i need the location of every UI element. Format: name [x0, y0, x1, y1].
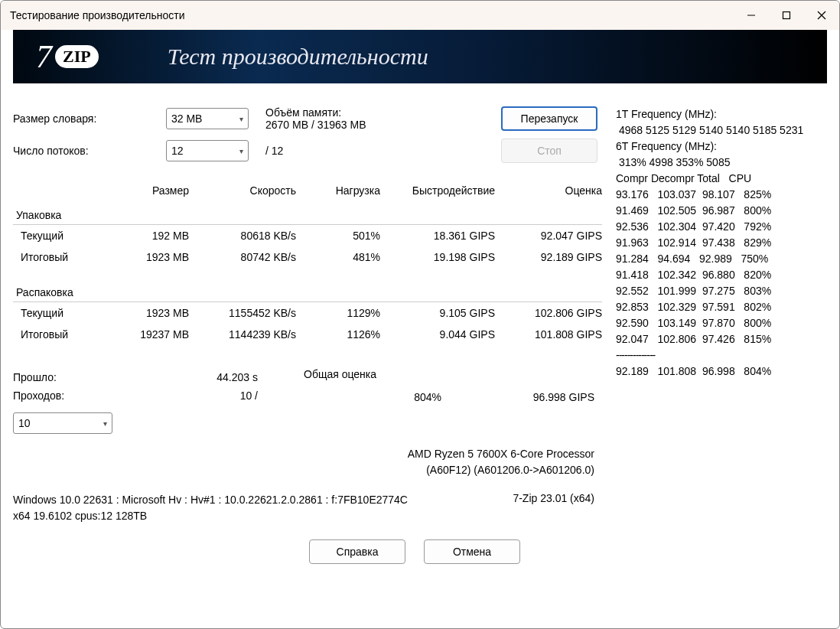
minimize-button[interactable] [734, 1, 769, 30]
log-row: 91.963 102.914 97.438 829% [616, 235, 827, 251]
log-row: 92.047 102.806 97.426 815% [616, 331, 827, 347]
cancel-button[interactable]: Отмена [424, 539, 520, 564]
dict-size-combo[interactable]: 32 MB ▾ [166, 108, 249, 129]
table-row: Итоговый 19237 MB 1144239 KB/s 1126% 9.0… [13, 324, 602, 345]
log-row: 92.552 101.999 97.275 803% [616, 283, 827, 299]
log-row: 91.284 94.694 92.989 750% [616, 251, 827, 267]
log-row: 92.853 102.329 97.591 802% [616, 299, 827, 315]
log-row: 91.469 102.505 96.987 800% [616, 203, 827, 219]
overall-rating: 96.998 GIPS [441, 391, 594, 403]
passes-label: Проходов: [13, 389, 64, 402]
7zip-logo: 7ZIP [36, 38, 99, 75]
header-speed: Скорость [189, 184, 296, 197]
table-row: Текущий 192 MB 80618 KB/s 501% 18.361 GI… [13, 225, 602, 246]
maximize-button[interactable] [769, 1, 804, 30]
passes-combo[interactable]: 10 ▾ [13, 412, 112, 434]
pack-section-label: Упаковка [13, 204, 602, 225]
unpack-section-label: Распаковка [13, 282, 602, 302]
chevron-down-icon: ▾ [103, 419, 107, 428]
threads-combo[interactable]: 12 ▾ [166, 140, 249, 161]
header-load: Нагрузка [296, 184, 380, 197]
cpu-id: (A60F12) (A601206.0->A601206.0) [13, 462, 594, 478]
titlebar: Тестирование производительности [1, 1, 839, 30]
os-info: Windows 10.0 22631 : Microsoft Hv : Hv#1… [13, 492, 513, 508]
window-title: Тестирование производительности [10, 9, 734, 21]
version-info: 7-Zip 23.01 (x64) [513, 492, 602, 504]
row-label: Итоговый [13, 251, 112, 263]
close-button[interactable] [804, 1, 839, 30]
log-row: 92.536 102.304 97.420 792% [616, 219, 827, 235]
memory-label: Объём памяти: [265, 106, 366, 119]
freq1-values: 4968 5125 5129 5140 5140 5185 5231 [616, 122, 827, 139]
row-label: Итоговый [13, 328, 112, 341]
passes-value: 10 / [240, 389, 258, 402]
passes-combo-value: 10 [18, 417, 31, 429]
banner: 7ZIP Тест производительности [13, 30, 827, 83]
chevron-down-icon: ▾ [239, 147, 243, 155]
restart-button[interactable]: Перезапуск [501, 106, 597, 131]
table-header: Размер Скорость Нагрузка Быстродействие … [13, 184, 602, 197]
threads-value: 12 [171, 145, 184, 157]
memory-value: 2670 MB / 31963 MB [265, 119, 366, 131]
log-row: 92.590 103.149 97.870 800% [616, 315, 827, 331]
header-perf: Быстродействие [380, 184, 495, 197]
log-row: 93.176 103.037 98.107 825% [616, 187, 827, 203]
results-log: 1T Frequency (MHz): 4968 5125 5129 5140 … [610, 106, 827, 564]
log-columns: Compr Decompr Total CPU [616, 171, 827, 187]
arch-info: x64 19.6102 cpus:12 128TB [13, 508, 513, 524]
freq6-label: 6T Frequency (MHz): [616, 139, 827, 155]
log-row: 91.418 102.342 96.880 820% [616, 267, 827, 283]
overall-load: 804% [304, 391, 441, 403]
header-rating: Оценка [495, 184, 602, 197]
row-label: Текущий [13, 230, 112, 242]
table-row: Текущий 1923 MB 1155452 KB/s 1129% 9.105… [13, 302, 602, 324]
banner-text: Тест производительности [168, 44, 428, 70]
chevron-down-icon: ▾ [239, 115, 243, 123]
dict-size-label: Размер словаря: [13, 112, 166, 125]
freq1-label: 1T Frequency (MHz): [616, 106, 827, 122]
log-divider: -------------- [616, 347, 827, 363]
row-label: Текущий [13, 307, 112, 319]
svg-rect-1 [783, 12, 790, 19]
log-total: 92.189 101.808 96.998 804% [616, 363, 827, 380]
header-size: Размер [112, 184, 189, 197]
cpu-name: AMD Ryzen 5 7600X 6-Core Processor [13, 446, 594, 462]
stop-button[interactable]: Стоп [501, 139, 597, 163]
help-button[interactable]: Справка [309, 539, 405, 564]
elapsed-value: 44.203 s [217, 371, 258, 383]
overall-label: Общая оценка [304, 368, 602, 383]
freq6-values: 313% 4998 353% 5085 [616, 155, 827, 171]
threads-max: / 12 [265, 145, 283, 157]
elapsed-label: Прошло: [13, 371, 57, 383]
window-controls [734, 1, 839, 30]
threads-label: Число потоков: [13, 145, 166, 157]
dict-size-value: 32 MB [171, 112, 202, 125]
table-row: Итоговый 1923 MB 80742 KB/s 481% 19.198 … [13, 246, 602, 268]
